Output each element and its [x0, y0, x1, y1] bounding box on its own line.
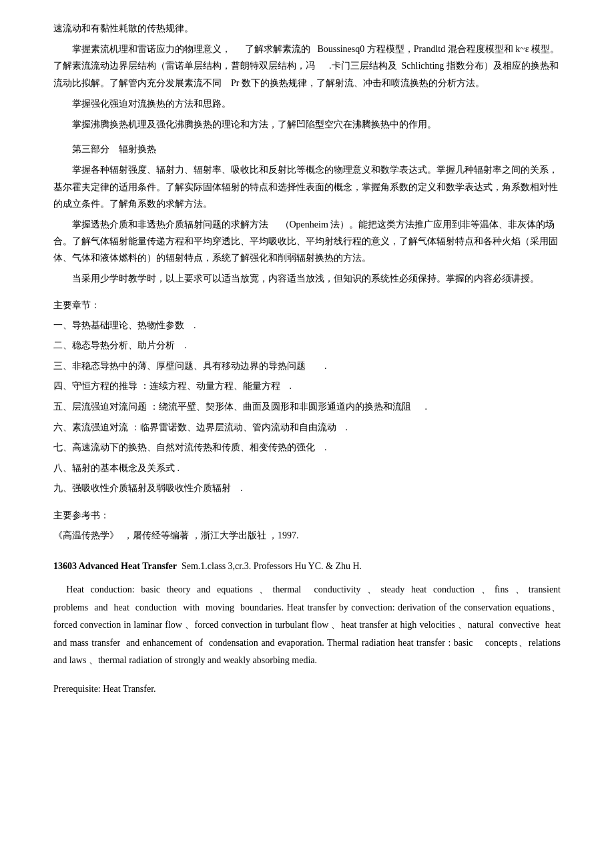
chapters-list: 一、导热基础理论、热物性参数 . 二、稳态导热分析、助片分析 . 三、非稳态导热… — [53, 317, 561, 498]
ref-1: 《高温传热学》 ，屠传经等编著 ，浙江大学出版社 ，1997. — [53, 527, 561, 544]
chapter-9: 九、强吸收性介质辐射及弱吸收性介质辐射 . — [53, 480, 561, 498]
prerequisite: Prerequisite: Heat Transfer. — [53, 681, 561, 697]
chapter-3: 三、非稳态导热中的薄、厚壁问题、具有移动边界的导热问题 . — [53, 358, 561, 376]
page-container: 速流动和有黏性耗散的传热规律。 掌握素流机理和雷诺应力的物理意义， 了解求解素流… — [0, 0, 614, 868]
chapter-6: 六、素流强迫对流 ：临界雷诺数、边界层流动、管内流动和自由流动 . — [53, 419, 561, 437]
para-4: 掌握沸腾换热机理及强化沸腾换热的理论和方法，了解凹陷型空穴在沸腾换热中的作用。 — [53, 116, 561, 133]
para-6: 掌握透热介质和非透热介质辐射问题的求解方法 （Openheim 法）。能把这类方… — [53, 216, 561, 267]
main-refs-title: 主要参考书： — [53, 510, 561, 522]
para-7: 当采用少学时教学时，以上要求可以适当放宽，内容适当放浅，但知识的系统性必须保持。… — [53, 270, 561, 287]
chapter-2: 二、稳态导热分析、助片分析 . — [53, 337, 561, 355]
chapter-5: 五、层流强迫对流问题 ：绕流平壁、契形体、曲面及圆形和非圆形通道内的换热和流阻 … — [53, 398, 561, 416]
course-header: 13603 Advanced Heat Transfer Sem.1.class… — [53, 558, 561, 574]
para-5: 掌握各种辐射强度、辐射力、辐射率、吸收比和反射比等概念的物理意义和数学表达式。掌… — [53, 161, 561, 212]
english-para-1: Heat conduction: basic theory and equati… — [53, 581, 561, 670]
main-chapters-title: 主要章节： — [53, 300, 561, 312]
para-3: 掌握强化强迫对流换热的方法和思路。 — [53, 95, 561, 112]
course-id-bold: 13603 Advanced Heat Transfer — [53, 561, 177, 571]
refs-list: 《高温传热学》 ，屠传经等编著 ，浙江大学出版社 ，1997. — [53, 527, 561, 544]
chapter-1: 一、导热基础理论、热物性参数 . — [53, 317, 561, 335]
para-2: 掌握素流机理和雷诺应力的物理意义， 了解求解素流的 Boussinesq0 方程… — [53, 41, 561, 91]
part3-title: 第三部分 辐射换热 — [53, 141, 561, 157]
chapter-7: 七、高速流动下的换热、自然对流传热和传质、相变传热的强化 . — [53, 439, 561, 457]
chapter-8: 八、辐射的基本概念及关系式 . — [53, 460, 561, 478]
para-1: 速流动和有黏性耗散的传热规律。 — [53, 20, 561, 37]
chapter-4: 四、守恒方程的推导 ：连续方程、动量方程、能量方程 . — [53, 378, 561, 396]
